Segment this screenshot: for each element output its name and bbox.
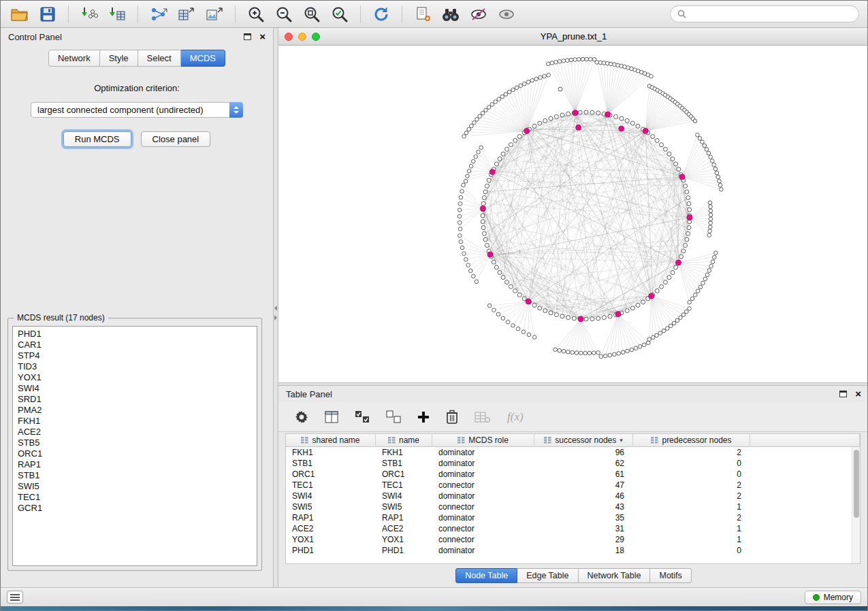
scrollbar-thumb[interactable] xyxy=(854,450,859,518)
node-table-row[interactable]: SWI5SWI5connector431 xyxy=(286,501,852,512)
cell-predecessor-nodes: 0 xyxy=(633,458,750,469)
tab-select[interactable]: Select xyxy=(138,50,181,67)
zoom-out-button[interactable] xyxy=(273,3,295,25)
tab-network[interactable]: Network xyxy=(48,50,100,67)
node-table-row[interactable]: ACE2ACE2connector311 xyxy=(286,523,852,534)
column-header-successor-nodes[interactable]: successor nodes ▾ xyxy=(534,434,633,447)
node-table-row[interactable]: TEC1TEC1connector472 xyxy=(286,480,852,491)
delete-column-button[interactable] xyxy=(446,410,458,424)
show-graphics-details-button[interactable] xyxy=(496,3,517,25)
minimize-window-icon[interactable] xyxy=(298,33,306,41)
mcds-result-item[interactable]: GCR1 xyxy=(13,503,257,514)
export-table-button[interactable] xyxy=(176,3,197,25)
node-table-row[interactable]: RAP1RAP1dominator352 xyxy=(286,512,852,523)
maximize-window-icon[interactable] xyxy=(312,33,320,41)
show-columns-button[interactable] xyxy=(325,411,338,423)
columns-icon xyxy=(325,411,338,423)
function-builder-button[interactable]: f(x) xyxy=(507,410,524,424)
save-session-button[interactable] xyxy=(37,3,59,25)
mcds-result-item[interactable]: STB1 xyxy=(13,470,257,481)
import-network-button[interactable] xyxy=(78,3,100,25)
zoom-fit-button[interactable] xyxy=(301,3,323,25)
tab-network-table[interactable]: Network Table xyxy=(579,568,651,583)
tab-style[interactable]: Style xyxy=(100,50,138,67)
mcds-result-item[interactable]: PHD1 xyxy=(13,329,257,340)
tab-mcds[interactable]: MCDS xyxy=(181,50,225,67)
zoom-in-button[interactable] xyxy=(245,3,267,25)
run-mcds-button[interactable]: Run MCDS xyxy=(63,131,131,147)
mcds-result-item[interactable]: RAP1 xyxy=(13,459,257,470)
control-panel-title: Control Panel xyxy=(8,32,62,42)
network-graph[interactable] xyxy=(278,46,868,382)
memory-button[interactable]: Memory xyxy=(805,591,861,604)
mcds-result-item[interactable]: ORC1 xyxy=(13,448,257,459)
table-header-row: shared name name MCDS role successor nod… xyxy=(286,434,860,447)
add-column-button[interactable] xyxy=(417,411,430,423)
node-table-row[interactable]: PHD1PHD1dominator180 xyxy=(286,545,852,556)
column-header-name[interactable]: name xyxy=(376,434,432,447)
network-canvas[interactable] xyxy=(278,46,868,382)
import-table-button[interactable] xyxy=(106,3,128,25)
close-panel-icon[interactable]: × xyxy=(855,390,861,398)
mcds-result-item[interactable]: SRD1 xyxy=(13,394,257,405)
float-window-icon[interactable] xyxy=(839,391,847,397)
node-table-row[interactable]: ORC1ORC1dominator610 xyxy=(286,469,852,480)
tab-node-table[interactable]: Node Table xyxy=(455,568,517,583)
mcds-result-item[interactable]: SWI5 xyxy=(13,481,257,492)
clone-network-button[interactable] xyxy=(412,3,434,25)
mcds-result-item[interactable]: STB5 xyxy=(13,437,257,448)
float-window-icon[interactable] xyxy=(244,33,251,40)
cell-predecessor-nodes: 0 xyxy=(633,545,750,556)
close-panel-icon[interactable]: × xyxy=(259,33,266,41)
global-search[interactable] xyxy=(670,5,859,22)
cell-successor-nodes: 31 xyxy=(534,523,633,534)
deselect-all-rows-button[interactable] xyxy=(386,410,401,424)
zoom-selected-button[interactable] xyxy=(329,3,351,25)
mcds-result-item[interactable]: TEC1 xyxy=(13,492,257,503)
table-settings-button[interactable] xyxy=(295,410,308,424)
hide-graphics-details-button[interactable] xyxy=(468,3,489,25)
status-menu-button[interactable] xyxy=(7,591,23,604)
close-panel-button[interactable]: Close panel xyxy=(141,131,211,147)
cell-name: ORC1 xyxy=(376,469,432,480)
column-label: name xyxy=(399,435,419,445)
delete-table-icon xyxy=(475,411,491,423)
cell-mcds-role: connector xyxy=(432,534,534,545)
node-table-row[interactable]: YOX1YOX1connector291 xyxy=(286,534,852,545)
cell-- xyxy=(750,447,852,458)
column-header-predecessor-nodes[interactable]: predecessor nodes xyxy=(633,434,750,447)
delete-table-button[interactable] xyxy=(475,411,491,423)
refresh-view-button[interactable] xyxy=(370,3,392,25)
column-header-mcds-role[interactable]: MCDS role xyxy=(432,434,534,447)
mcds-result-item[interactable]: ACE2 xyxy=(13,427,257,437)
cell-- xyxy=(750,480,852,491)
mcds-result-item[interactable]: TID3 xyxy=(13,361,257,372)
cell-predecessor-nodes: 2 xyxy=(633,480,750,491)
mcds-result-item[interactable]: CAR1 xyxy=(13,340,257,350)
tab-motifs[interactable]: Motifs xyxy=(650,568,691,583)
node-table-row[interactable]: FKH1FKH1dominator962 xyxy=(286,447,852,458)
export-image-button[interactable] xyxy=(204,3,225,25)
mcds-result-item[interactable]: SWI4 xyxy=(13,383,257,394)
node-table-row[interactable]: STB1STB1dominator620 xyxy=(286,458,852,469)
column-header-shared-name[interactable]: shared name xyxy=(286,434,376,447)
mcds-result-item[interactable]: STP4 xyxy=(13,350,257,361)
criterion-dropdown[interactable]: largest connected component (undirected) xyxy=(31,102,243,118)
search-network-button[interactable] xyxy=(440,3,462,25)
close-window-icon[interactable] xyxy=(285,33,293,41)
mcds-result-list[interactable]: PHD1CAR1STP4TID3YOX1SWI4SRD1PMA2FKH1ACE2… xyxy=(12,326,257,566)
table-scrollbar[interactable] xyxy=(852,447,860,563)
mcds-result-item[interactable]: PMA2 xyxy=(13,405,257,416)
export-network-button[interactable] xyxy=(148,3,170,25)
search-input[interactable] xyxy=(690,9,852,19)
node-table-row[interactable]: SWI4SWI4dominator462 xyxy=(286,491,852,501)
open-session-button[interactable] xyxy=(9,3,31,25)
select-all-rows-button[interactable] xyxy=(355,410,370,424)
table-panel-title: Table Panel xyxy=(286,389,332,399)
mcds-result-item[interactable]: YOX1 xyxy=(13,372,257,383)
vertical-splitter[interactable] xyxy=(273,28,278,587)
column-grid-icon xyxy=(457,437,465,444)
splitter-collapse-icons[interactable] xyxy=(274,306,277,320)
tab-edge-table[interactable]: Edge Table xyxy=(517,568,578,583)
mcds-result-item[interactable]: FKH1 xyxy=(13,416,257,427)
